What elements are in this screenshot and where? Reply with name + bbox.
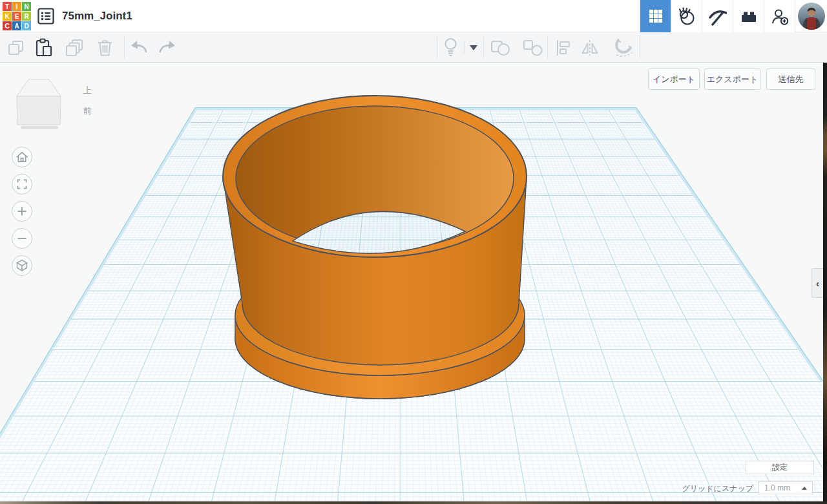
fit-view-icon [12,174,32,194]
undo-button[interactable] [130,32,151,63]
logo-tile: A [12,21,21,30]
design-title[interactable]: 75mm_Joint1 [62,0,132,32]
logo-tile: E [12,12,21,21]
avatar-cell [795,0,827,32]
perspective-toggle-button[interactable] [12,255,32,276]
logo-tile: C [3,21,12,30]
grid-icon [649,9,663,23]
tinkercad-logo[interactable]: TINKERCAD [3,2,31,30]
snap-grid-select[interactable]: 1.0 mm [758,481,813,494]
ungroup-button[interactable] [521,32,543,63]
logo-tile: D [22,21,31,30]
desktop-sliver-right [823,63,827,504]
app-header: TINKERCAD 75mm_Joint1 [0,0,827,32]
logo-tile: N [22,2,31,11]
shapes-panel-expand-tab[interactable]: ‹ [811,268,823,298]
plus-icon [12,201,32,222]
brick-icon [739,6,759,26]
design-canvas[interactable]: 上 前 [0,63,827,504]
home-icon [12,147,32,167]
pickaxe-icon [708,7,727,26]
logo-tile: R [22,12,31,21]
tab-sculpt[interactable] [671,0,702,32]
add-person-icon [771,7,789,25]
toolbar-separator [437,37,437,58]
tab-3d-design[interactable] [640,0,671,32]
delete-button[interactable] [94,32,115,63]
toolbar-separator [464,41,465,54]
export-button[interactable]: エクスポート [704,68,760,90]
paste-button[interactable] [33,32,54,63]
toolbar-separator [547,37,548,58]
duplicate-button[interactable] [64,32,85,63]
show-hide-button[interactable] [442,32,459,63]
minus-icon [12,228,32,249]
desktop-sliver-bottom [0,501,827,504]
align-button[interactable] [554,32,572,63]
caret-up-icon [802,487,807,490]
logo-tile: K [3,12,12,21]
snap-grid-label: グリッドにスナップ [665,483,753,494]
view-cube-graphic [16,74,63,131]
lighting-dropdown-caret[interactable] [468,32,479,63]
import-button[interactable]: インポート [648,68,700,90]
snap-grid-value: 1.0 mm [759,483,802,492]
zoom-in-button[interactable] [12,201,32,222]
group-button[interactable] [489,32,511,63]
home-view-button[interactable] [12,147,32,167]
toolbar-separator [640,37,640,58]
toolbar-separator [124,37,125,58]
grid-settings-button[interactable]: 設定 [746,461,814,474]
tab-bricks[interactable] [733,0,764,32]
toolbar-separator [483,37,484,58]
copy-button[interactable] [5,32,26,63]
avatar[interactable] [798,3,825,30]
fit-view-button[interactable] [12,174,32,194]
edit-toolbar: インポート エクスポート 送信先 [0,32,827,63]
send-to-button[interactable]: 送信先 [766,68,815,90]
logo-tile: I [12,2,21,11]
design-menu-icon[interactable] [37,8,54,27]
hand-ball-icon [677,6,696,26]
view-cube[interactable]: 上 前 [16,74,63,131]
workplane-magnet-button[interactable] [612,32,636,63]
mirror-button[interactable] [580,32,600,63]
header-tabs [640,0,827,32]
zoom-out-button[interactable] [12,228,32,249]
tab-minecraft[interactable] [702,0,733,32]
caret-down-icon [470,45,477,50]
scene-3d-view[interactable] [0,63,823,504]
invite-button[interactable] [764,0,795,32]
redo-button[interactable] [156,32,176,63]
perspective-cube-icon [12,255,32,276]
logo-tile: T [3,2,12,11]
